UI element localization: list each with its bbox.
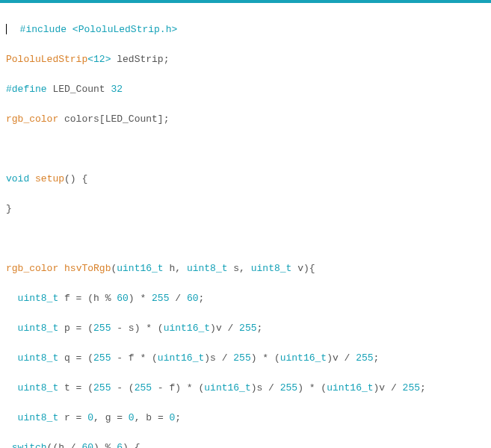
token: )v / bbox=[374, 382, 403, 393]
code-line bbox=[6, 231, 485, 246]
token-type: rgb_color bbox=[6, 263, 58, 274]
token-number: 255 bbox=[93, 382, 111, 393]
token: - ( bbox=[111, 382, 134, 393]
token: f = (h % bbox=[58, 293, 117, 304]
token: LED_Count bbox=[47, 84, 111, 95]
code-line: #include <PololuLedStrip.h> bbox=[6, 22, 485, 37]
token: ) * bbox=[129, 293, 152, 304]
token-type: uint8_t bbox=[251, 263, 292, 274]
token-number: 32 bbox=[111, 84, 123, 95]
token: - f * ( bbox=[111, 352, 157, 364]
token-type: uint8_t bbox=[6, 293, 58, 304]
token: ) { bbox=[123, 442, 140, 448]
token-keyword: switch bbox=[6, 442, 47, 448]
token: () { bbox=[64, 173, 87, 184]
token-number: 255 bbox=[403, 382, 420, 393]
token: ; bbox=[175, 412, 181, 423]
token-type: uint16_t bbox=[164, 323, 210, 334]
token-number: 60 bbox=[81, 442, 93, 448]
token-type: uint16_t bbox=[280, 352, 327, 364]
code-line: void setup() { bbox=[6, 172, 485, 187]
token-number: 0 bbox=[129, 412, 135, 423]
token: h, bbox=[164, 263, 187, 274]
token: s, bbox=[228, 263, 251, 274]
token: )v / bbox=[210, 323, 239, 334]
token-number: 255 bbox=[233, 352, 250, 364]
text-cursor bbox=[6, 24, 7, 34]
token-lib: <PololuLedStrip.h> bbox=[72, 24, 177, 35]
token: < bbox=[87, 54, 93, 65]
token-number: 255 bbox=[356, 352, 373, 364]
code-line: uint8_t p = (255 - s) * (uint16_t)v / 25… bbox=[6, 321, 485, 336]
token-type: PololuLedStrip bbox=[6, 54, 87, 65]
token: ) * ( bbox=[251, 352, 280, 364]
token-number: 6 bbox=[117, 442, 123, 448]
token-type: uint8_t bbox=[187, 263, 228, 274]
token-number: 255 bbox=[239, 323, 256, 334]
token: )v / bbox=[327, 352, 356, 364]
token: v){ bbox=[291, 263, 315, 274]
token-number: 0 bbox=[87, 412, 93, 423]
token-number: 255 bbox=[93, 352, 111, 364]
code-line: uint8_t q = (255 - f * (uint16_t)s / 255… bbox=[6, 351, 485, 366]
token: ledStrip; bbox=[111, 54, 169, 65]
token-number: 60 bbox=[117, 293, 129, 304]
token-type: rgb_color bbox=[6, 113, 58, 125]
token: - s) * ( bbox=[111, 323, 163, 334]
code-line: switch((h / 60) % 6) { bbox=[6, 441, 485, 448]
token: ((h / bbox=[47, 442, 82, 448]
token-number: 255 bbox=[135, 382, 152, 393]
token-number: 255 bbox=[152, 293, 169, 304]
token-keyword: void bbox=[6, 173, 29, 184]
token: ) % bbox=[93, 442, 117, 448]
token: )s / bbox=[204, 352, 233, 364]
token-type: uint8_t bbox=[6, 323, 58, 334]
token bbox=[29, 173, 35, 184]
code-line: rgb_color hsvToRgb(uint16_t h, uint8_t s… bbox=[6, 261, 485, 276]
code-line: uint8_t f = (h % 60) * 255 / 60; bbox=[6, 291, 485, 306]
token-func: hsvToRgb bbox=[64, 263, 111, 274]
token-type: uint16_t bbox=[204, 382, 250, 393]
token: - f) * ( bbox=[152, 382, 204, 393]
token: r = bbox=[58, 412, 87, 423]
token: )s / bbox=[251, 382, 280, 393]
token-number: 60 bbox=[187, 293, 199, 304]
code-line: PololuLedStrip<12> ledStrip; bbox=[6, 52, 485, 67]
token: , g = bbox=[93, 412, 129, 423]
token-type: uint8_t bbox=[6, 382, 58, 393]
token-type: uint16_t bbox=[158, 352, 204, 364]
code-editor[interactable]: #include <PololuLedStrip.h> PololuLedStr… bbox=[0, 3, 491, 448]
token: ) * ( bbox=[297, 382, 327, 393]
token: p = ( bbox=[58, 323, 93, 334]
token: ; bbox=[198, 293, 204, 304]
code-line: } bbox=[6, 202, 485, 217]
token-type: uint8_t bbox=[6, 412, 58, 423]
token-include: #include bbox=[20, 24, 67, 35]
token: / bbox=[169, 293, 186, 304]
token bbox=[58, 263, 64, 274]
token-func: setup bbox=[35, 173, 64, 184]
token: , b = bbox=[135, 412, 170, 423]
token-define: #define bbox=[6, 84, 47, 95]
token: q = ( bbox=[58, 352, 93, 364]
token: ; bbox=[257, 323, 263, 334]
code-line: #define LED_Count 32 bbox=[6, 82, 485, 97]
token: colors[LED_Count]; bbox=[58, 113, 169, 125]
code-line: rgb_color colors[LED_Count]; bbox=[6, 112, 485, 127]
token-type: uint16_t bbox=[117, 263, 163, 274]
token-type: uint16_t bbox=[327, 382, 373, 393]
token: ; bbox=[374, 352, 380, 364]
code-line: uint8_t t = (255 - (255 - f) * (uint16_t… bbox=[6, 381, 485, 396]
token-type: uint8_t bbox=[6, 352, 58, 364]
token-number: 255 bbox=[280, 382, 297, 393]
code-line: uint8_t r = 0, g = 0, b = 0; bbox=[6, 411, 485, 426]
code-line bbox=[6, 142, 485, 157]
token: ; bbox=[420, 382, 426, 393]
token-number: 255 bbox=[93, 323, 111, 334]
token: t = ( bbox=[58, 382, 93, 393]
token-number: 12 bbox=[93, 54, 105, 65]
